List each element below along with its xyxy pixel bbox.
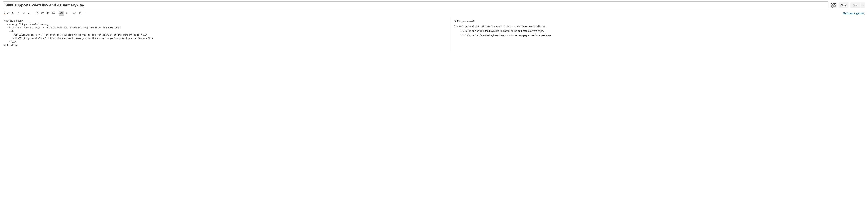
page-title-input[interactable] xyxy=(3,1,828,9)
save-button[interactable]: Save xyxy=(850,2,860,8)
svg-point-33 xyxy=(85,13,86,13)
svg-rect-25 xyxy=(53,12,55,14)
table-button[interactable] xyxy=(51,11,56,15)
preview-pane: Did you know? You can use shortcut keys … xyxy=(451,17,865,52)
paste-button[interactable] xyxy=(78,11,83,15)
italic-button[interactable]: I xyxy=(16,11,21,15)
list-item: Clicking on "n" from the keyboard takes … xyxy=(463,34,862,37)
bullet-list-icon xyxy=(36,12,38,14)
svg-rect-6 xyxy=(4,14,5,14)
checklist-icon xyxy=(47,12,50,14)
svg-rect-21 xyxy=(47,13,48,13)
bullet-list-button[interactable] xyxy=(34,11,39,15)
markdown-editor[interactable]: <details open> <summary>Did you know?</s… xyxy=(3,17,451,52)
svg-point-9 xyxy=(36,13,36,13)
header-hash-button[interactable]: # xyxy=(64,11,69,15)
bold-button[interactable]: B xyxy=(10,11,15,15)
paperclip-icon xyxy=(73,12,76,14)
chevron-down-icon xyxy=(862,4,864,6)
numbered-list-icon: 1 2 3 xyxy=(41,12,44,14)
list-item: Clicking on "e" from the keyboard takes … xyxy=(463,29,862,33)
link-icon xyxy=(22,12,25,14)
attachment-button[interactable] xyxy=(72,11,77,15)
save-dropdown-button[interactable] xyxy=(860,2,865,8)
svg-point-11 xyxy=(36,14,36,14)
svg-point-1 xyxy=(832,3,833,4)
table-icon xyxy=(52,12,55,14)
preview-intro: You can use shortcut keys to quickly nav… xyxy=(454,24,862,28)
preview-list: Clicking on "e" from the keyboard takes … xyxy=(454,29,862,37)
more-horizontal-icon xyxy=(84,12,87,14)
svg-point-7 xyxy=(36,12,36,13)
svg-rect-23 xyxy=(47,14,48,14)
clipboard-icon xyxy=(79,12,82,14)
save-split-button: Save xyxy=(850,2,865,8)
editor-content: <details open> <summary>Did you know?</s… xyxy=(4,20,153,47)
header-row: Close Save xyxy=(3,1,865,9)
view-options-button[interactable] xyxy=(830,2,837,8)
hash-icon: # xyxy=(66,12,67,15)
font-color-icon xyxy=(3,12,6,14)
svg-text:3: 3 xyxy=(41,13,42,14)
more-button[interactable] xyxy=(83,11,88,15)
numbered-list-button[interactable]: 1 2 3 xyxy=(40,11,45,15)
preview-details[interactable]: Did you know? You can use shortcut keys … xyxy=(454,19,862,37)
svg-rect-30 xyxy=(79,12,81,14)
code-icon xyxy=(28,12,31,14)
link-button[interactable] xyxy=(21,11,26,15)
markdown-supported-link[interactable]: Markdown supported. xyxy=(843,12,865,14)
svg-point-34 xyxy=(86,13,87,13)
checklist-button[interactable] xyxy=(45,11,51,15)
italic-icon: I xyxy=(18,12,19,15)
bold-icon: B xyxy=(12,12,14,15)
abc-icon: ABC xyxy=(59,12,64,14)
font-color-button[interactable] xyxy=(3,11,10,15)
chevron-down-icon xyxy=(6,12,9,14)
mention-abc-button[interactable]: ABC xyxy=(59,11,64,15)
svg-point-3 xyxy=(834,4,835,6)
svg-rect-19 xyxy=(47,12,48,13)
preview-summary[interactable]: Did you know? xyxy=(454,19,862,23)
svg-point-32 xyxy=(85,13,85,13)
sliders-icon xyxy=(830,2,837,8)
split-pane: <details open> <summary>Did you know?</s… xyxy=(3,17,865,52)
svg-point-5 xyxy=(832,6,833,7)
close-button[interactable]: Close xyxy=(839,2,848,8)
formatting-toolbar: B I 1 2 3 xyxy=(3,10,865,17)
code-button[interactable] xyxy=(27,11,32,15)
